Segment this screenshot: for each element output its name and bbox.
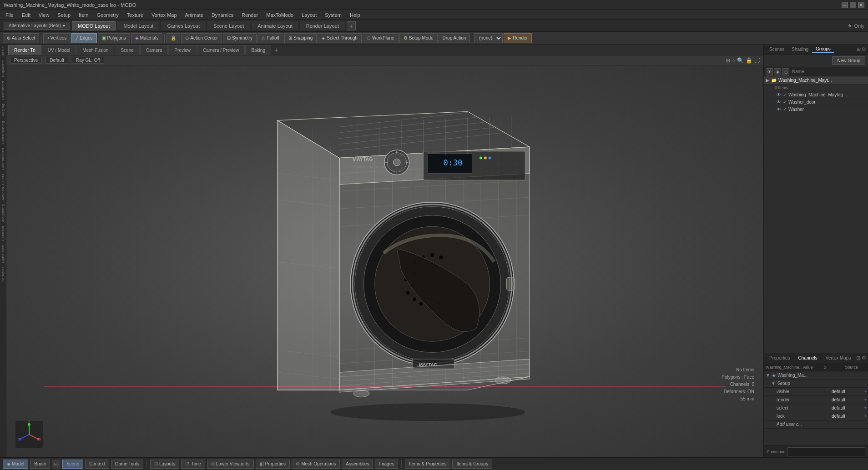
menu-animate[interactable]: Animate	[182, 11, 207, 19]
panel-settings-button[interactable]: ⚙	[862, 46, 866, 52]
group-toolbar-render[interactable]: ◈	[774, 68, 781, 75]
command-input[interactable]	[787, 447, 865, 456]
sb-assemblies-button[interactable]: Assemblies	[342, 460, 373, 469]
action-center-button[interactable]: ⊙ Action Center	[181, 33, 222, 43]
viewport-tab-camera-preview[interactable]: Camera / Preview	[197, 45, 245, 55]
menu-setup[interactable]: Setup	[54, 11, 74, 19]
sb-time-button[interactable]: ⏱ Time	[181, 460, 205, 469]
menu-geometry[interactable]: Geometry	[93, 11, 122, 19]
sb-lower-viewports-button[interactable]: ⊞ Lower Viewports	[207, 460, 254, 469]
sb-properties-button[interactable]: ◧ Properties	[256, 460, 290, 469]
viewport-lock-icon[interactable]: 🔒	[746, 57, 752, 64]
polygons-button[interactable]: ▣ Polygons	[98, 33, 130, 43]
viewport-tab-camera[interactable]: Camera	[140, 45, 168, 55]
layout-tab-scene[interactable]: Scene Layout	[207, 21, 250, 30]
sb-brush-button[interactable]: Brush	[30, 460, 50, 469]
edge-tab-duplicate[interactable]: Duplicate	[0, 58, 5, 79]
minimize-button[interactable]: ─	[842, 2, 848, 8]
add-layout-button[interactable]: +	[347, 21, 356, 30]
edge-tab-constraining[interactable]: Constraining	[0, 119, 5, 146]
layout-tab-render[interactable]: Render Layout	[300, 21, 345, 30]
tab-groups[interactable]: Groups	[812, 45, 834, 53]
vertices-button[interactable]: • Vertices	[43, 33, 71, 43]
edge-tab-coordinates[interactable]: Coordinates	[0, 146, 5, 172]
symmetry-button[interactable]: ⊟ Symmetry	[223, 33, 257, 43]
edge-tab-deformers[interactable]: Deformers	[0, 79, 5, 102]
edges-button[interactable]: ╱ Edges	[71, 33, 96, 43]
edge-tab-weighting[interactable]: Weighting	[0, 202, 5, 224]
menu-maxtomodo[interactable]: MaxToModo	[262, 11, 297, 19]
sb-images-button[interactable]: Images	[375, 460, 398, 469]
viewport-search-icon[interactable]: 🔍	[737, 57, 744, 64]
edge-tab-particles[interactable]: Particles	[0, 265, 5, 284]
group-toolbar-eye[interactable]: 👁	[766, 68, 773, 75]
viewport-tab-uv-model[interactable]: UV / Model	[42, 45, 76, 55]
sb-scene-button[interactable]: Scene	[62, 460, 83, 469]
close-button[interactable]: ✕	[858, 2, 864, 8]
sb-items-properties-button[interactable]: Items & Properties	[405, 460, 450, 469]
sb-context-button[interactable]: Context	[85, 460, 109, 469]
menu-view[interactable]: View	[35, 11, 53, 19]
edge-tab-rigging[interactable]: Rigging	[0, 102, 5, 120]
group-child-item-2[interactable]: 👁 ✓ Washer_door	[764, 99, 868, 106]
menu-layout[interactable]: Layout	[298, 11, 320, 19]
group-child-item-1[interactable]: 👁 ✓ Washing_Machine_Maytag ...	[764, 91, 868, 99]
bp-tab-channels[interactable]: Channels	[795, 355, 821, 361]
menu-system[interactable]: System	[321, 11, 345, 19]
edge-tab-basic[interactable]: Basic	[0, 45, 5, 58]
viewport-tab-mesh-fusion[interactable]: Mesh Fusion	[76, 45, 114, 55]
layout-tab-model[interactable]: Model Layout	[117, 21, 159, 30]
tab-scenes[interactable]: Scenes	[766, 46, 788, 53]
render-preset-dropdown[interactable]: (none)	[474, 33, 503, 43]
viewport-add-tab-button[interactable]: +	[272, 45, 281, 55]
drop-action-button[interactable]: Drop Action	[439, 33, 470, 43]
lock-normals-button[interactable]: 🔒	[167, 33, 180, 43]
viewport-perspective-button[interactable]: Perspective	[10, 57, 42, 64]
tab-shading[interactable]: Shading	[788, 46, 812, 53]
menu-edit[interactable]: Edit	[18, 11, 34, 19]
viewport-fullscreen-icon[interactable]: ⛶	[754, 57, 760, 64]
viewport-material-button[interactable]: Default	[45, 57, 68, 64]
workplane-button[interactable]: ⬡ WorkPlane	[363, 33, 399, 43]
layout-tab-modo[interactable]: MODO Layout	[72, 21, 116, 30]
viewport-tab-preview[interactable]: Preview	[168, 45, 197, 55]
viewport-home-icon[interactable]: ⌂	[732, 57, 735, 64]
sb-items-groups-button[interactable]: Items & Groups	[452, 460, 492, 469]
edge-tab-actions[interactable]: Actions & Sets	[0, 172, 5, 202]
sb-model-button[interactable]: ◈ Model	[3, 460, 28, 469]
viewport-tab-render-tri[interactable]: Render Tri	[8, 45, 41, 55]
menu-vertex-map[interactable]: Vertex Map	[148, 11, 181, 19]
panel-expand-button[interactable]: ⊞	[857, 46, 861, 52]
sb-game-tools-button[interactable]: Game Tools	[111, 460, 143, 469]
menu-item[interactable]: Item	[75, 11, 92, 19]
bp-tab-vertex-maps[interactable]: Vertex Maps	[822, 355, 855, 361]
setup-mode-button[interactable]: ⚙ Setup Mode	[399, 33, 438, 43]
sb-mesh-ops-button[interactable]: ⚙ Mesh Operations	[292, 460, 340, 469]
menu-render[interactable]: Render	[238, 11, 262, 19]
group-root-item[interactable]: ▶ 📁 Washing_Machine_Mayt...	[764, 76, 868, 85]
render-button[interactable]: ▶ Render	[504, 33, 532, 43]
viewport-raygl-button[interactable]: Ray GL: Off	[72, 57, 104, 64]
viewport-tab-baking[interactable]: Baking	[245, 45, 271, 55]
edge-tab-dynamics[interactable]: Dynamics	[0, 243, 5, 265]
layout-tab-games[interactable]: Games Layout	[161, 21, 206, 30]
viewport-tab-scene[interactable]: Scene	[115, 45, 139, 55]
group-toolbar-select[interactable]: ◻	[782, 68, 789, 75]
alt-layouts-button[interactable]: Alternative Layouts (Beta) ▾	[4, 22, 70, 30]
bp-settings-button[interactable]: ⚙	[862, 355, 866, 361]
menu-texture[interactable]: Texture	[123, 11, 147, 19]
maximize-button[interactable]: □	[850, 2, 856, 8]
group-child-item-3[interactable]: 👁 ✓ Washer	[764, 106, 868, 113]
new-group-button[interactable]: New Group	[832, 56, 865, 65]
menu-dynamics[interactable]: Dynamics	[208, 11, 237, 19]
menu-help[interactable]: Help	[346, 11, 364, 19]
menu-file[interactable]: File	[2, 11, 17, 19]
layout-tab-animate[interactable]: Animate Layout	[252, 21, 298, 30]
snapping-button[interactable]: ⊞ Snapping	[284, 33, 317, 43]
bp-tab-properties[interactable]: Properties	[766, 355, 794, 361]
falloff-button[interactable]: ◎ Falloff	[257, 33, 283, 43]
auto-select-button[interactable]: ⊕ Auto Select	[3, 33, 39, 43]
edge-tab-controls[interactable]: Controls	[0, 224, 5, 243]
3d-viewport[interactable]: 0:30 MAYTAG COMMERCIAL TECHNOLOGY	[6, 65, 763, 457]
sb-layouts-button[interactable]: ⊟ Layouts	[150, 460, 179, 469]
